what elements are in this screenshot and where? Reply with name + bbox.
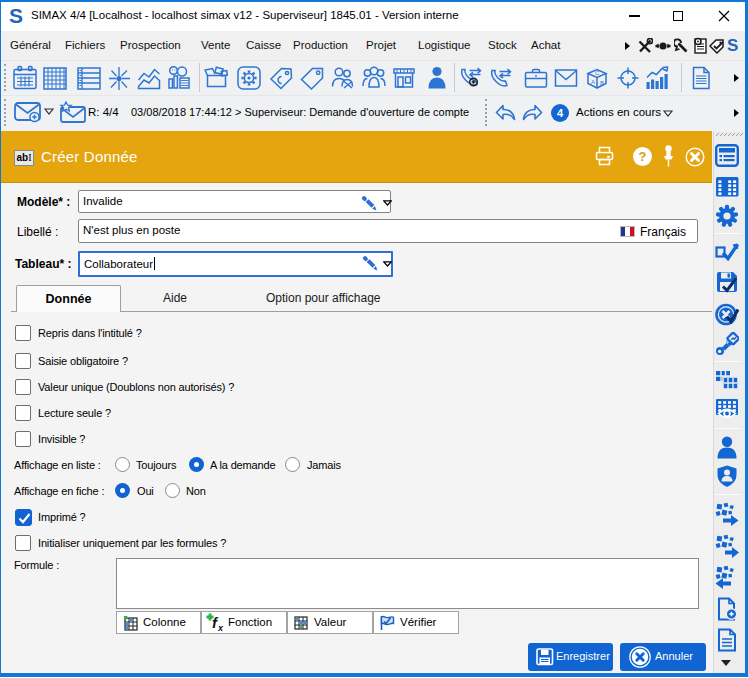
svg-text:B: B xyxy=(600,80,604,86)
svg-text:C: C xyxy=(595,70,600,76)
svg-text:A: A xyxy=(591,79,595,85)
svg-text:x: x xyxy=(217,623,224,633)
